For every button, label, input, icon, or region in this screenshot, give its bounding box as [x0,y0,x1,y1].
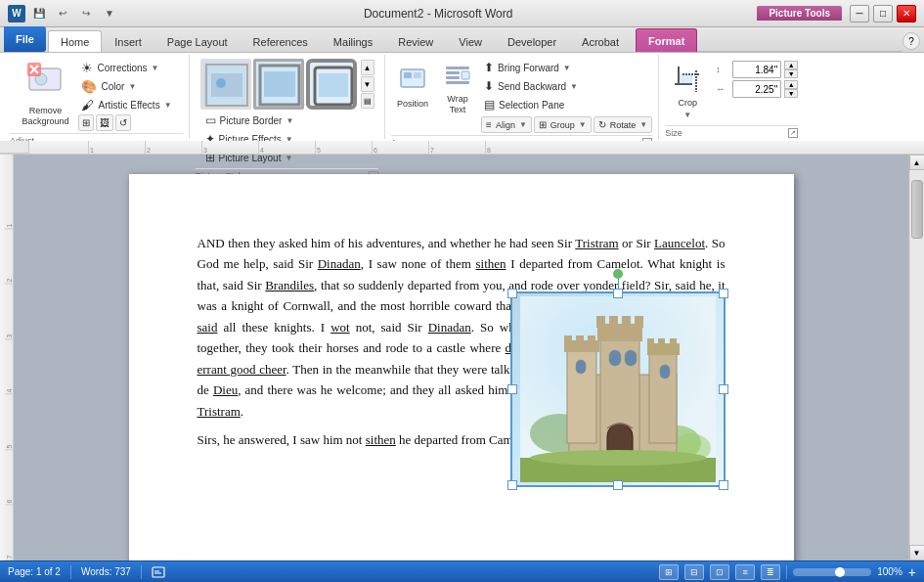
tab-review[interactable]: Review [385,30,446,52]
ruler-vertical: 1 2 3 4 5 6 7 [0,155,14,560]
view-web-layout[interactable]: ⊡ [710,564,729,580]
scrollbar-track[interactable] [910,170,924,545]
height-spinner[interactable]: ▲ ▼ [784,61,798,78]
width-input[interactable] [732,80,781,98]
tab-format[interactable]: Format [636,28,697,52]
status-page[interactable]: Page: 1 of 2 [8,566,61,577]
handle-top-left[interactable] [507,289,517,298]
tab-home[interactable]: Home [48,30,102,52]
doc-link-dinadan1[interactable]: Dinadan [318,256,361,271]
tab-file[interactable]: File [4,26,46,52]
compress-button[interactable]: ⊞ [78,114,94,131]
ribbon-help-btn[interactable]: ? [902,32,920,50]
width-spin-up[interactable]: ▲ [784,80,798,89]
qat-redo[interactable]: ↪ [76,5,96,22]
selected-image[interactable] [510,291,726,487]
scroll-down-button[interactable]: ▼ [909,545,925,560]
handle-top-middle[interactable] [613,289,623,298]
tab-acrobat[interactable]: Acrobat [569,30,632,52]
handle-middle-right[interactable] [719,384,728,394]
picture-style-2[interactable] [253,59,304,110]
doc-link-dinadan2[interactable]: Dinadan [428,320,471,335]
vertical-scrollbar[interactable]: ▲ ▼ [908,155,924,560]
scroll-up-button[interactable]: ▲ [909,155,925,170]
doc-link-sithen1[interactable]: sithen [476,256,506,271]
qat-undo[interactable]: ↩ [53,5,72,22]
view-outline[interactable]: ≡ [735,564,755,580]
doc-link-brandiles[interactable]: Brandiles [265,278,314,292]
zoom-in-button[interactable]: + [908,564,916,580]
picture-style-1[interactable] [200,59,251,110]
artistic-effects-icon: 🖌 [81,98,94,112]
corrections-button[interactable]: ☀ Corrections ▼ [76,59,176,77]
status-bar: Page: 1 of 2 Words: 737 ⊞ ⊟ ⊡ ≡ ≣ 100% + [0,560,924,582]
scrollbar-thumb[interactable] [911,180,923,239]
svg-point-55 [530,450,706,466]
handle-bottom-middle[interactable] [613,480,623,490]
minimize-button[interactable]: ─ [850,5,869,22]
change-picture-button[interactable]: 🖼 [96,114,113,131]
bring-forward-button[interactable]: ⬆ Bring Forward ▼ [479,59,652,76]
svg-rect-50 [660,365,670,379]
picture-styles-gallery-scroll: ▲ ▼ ▤ [361,60,374,109]
handle-top-right[interactable] [719,289,728,298]
position-button[interactable]: Position [391,59,434,119]
document-page: AND then they asked him of his adventure… [129,174,794,560]
gallery-expand[interactable]: ▤ [361,93,374,109]
reset-picture-button[interactable]: ↺ [115,114,131,131]
color-button[interactable]: 🎨 Color ▼ [76,77,176,96]
maximize-button[interactable]: □ [873,5,893,22]
status-proofing[interactable] [152,565,165,579]
picture-style-3[interactable] [306,59,357,110]
crop-button[interactable]: Crop ▼ [665,61,710,123]
zoom-slider[interactable] [793,568,871,576]
selection-pane-button[interactable]: ▤ Selection Pane [479,96,652,113]
svg-rect-38 [588,336,595,345]
qat-dropdown[interactable]: ▼ [100,5,119,22]
tab-mailings[interactable]: Mailings [321,30,385,52]
tab-view[interactable]: View [446,30,495,52]
width-spinner[interactable]: ▲ ▼ [784,80,798,98]
doc-link-tristram1[interactable]: Tristram [575,236,618,250]
tab-pagelayout[interactable]: Page Layout [154,30,241,52]
document-content: AND then they asked him of his adventure… [198,233,726,450]
artistic-effects-button[interactable]: 🖌 Artistic Effects ▼ [76,96,176,114]
height-input[interactable] [732,61,781,78]
rotate-handle[interactable] [613,269,623,279]
wrap-text-button[interactable]: Wrap Text [438,59,477,119]
handle-bottom-left[interactable] [507,480,517,490]
gallery-scroll-down[interactable]: ▼ [361,76,374,92]
handle-middle-left[interactable] [507,384,517,394]
tab-insert[interactable]: Insert [102,30,154,52]
rotate-button[interactable]: ↻ Rotate ▼ [594,116,652,133]
picture-border-button[interactable]: ▭ Picture Border ▼ [200,112,318,129]
svg-rect-56 [153,567,164,577]
doc-link-launcelot1[interactable]: Launcelot [654,236,705,250]
group-button[interactable]: ⊞ Group ▼ [534,116,592,133]
handle-bottom-right[interactable] [719,480,728,490]
view-draft[interactable]: ≣ [761,564,780,580]
doc-link-tristram2[interactable]: Tristram [198,404,241,419]
tab-developer[interactable]: Developer [495,30,569,52]
close-button[interactable]: ✕ [897,5,916,22]
tab-references[interactable]: References [241,30,321,52]
width-spin-down[interactable]: ▼ [784,89,798,98]
send-backward-button[interactable]: ⬇ Send Backward ▼ [479,77,652,95]
remove-background-button[interactable]: Remove Background [16,59,74,131]
remove-bg-icon [27,63,63,104]
view-full-reading[interactable]: ⊟ [684,564,704,580]
border-dropdown: ▼ [286,116,293,125]
view-print-layout[interactable]: ⊞ [659,564,679,580]
proofing-icon [152,565,165,579]
height-spin-up[interactable]: ▲ [784,61,798,69]
adjust-col: ☀ Corrections ▼ 🎨 Color ▼ 🖌 Artistic Eff… [76,59,176,131]
qat-save[interactable]: 💾 [29,5,49,22]
align-button[interactable]: ≡ Align ▼ [481,116,532,133]
status-zoom-level[interactable]: 100% [877,566,902,577]
doc-link-dieu[interactable]: Dieu [213,382,238,397]
status-words[interactable]: Words: 737 [81,566,131,577]
height-spin-down[interactable]: ▼ [784,69,798,78]
zoom-thumb[interactable] [835,567,845,577]
size-group-expand[interactable]: ↗ [788,128,798,138]
gallery-scroll-up[interactable]: ▲ [361,60,374,75]
